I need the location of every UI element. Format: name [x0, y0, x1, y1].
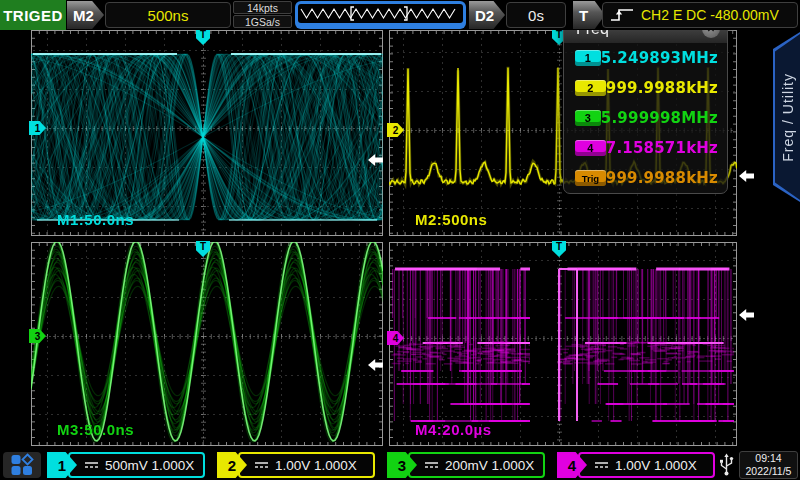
sidebar-tab-face: Freq / Utility — [775, 34, 800, 200]
channel-badge: 3 — [575, 110, 601, 126]
apps-menu-icon — [10, 453, 34, 477]
trigger-info-text: CH2 E DC -480.00mV — [641, 7, 779, 23]
trigger-status-badge: TRIGED — [0, 0, 66, 30]
sample-rate: 1GSa/s — [233, 15, 292, 28]
freq-row-3: 35.999998MHz — [564, 103, 727, 133]
channel-badge: 2 — [575, 80, 606, 96]
top-status-bar: TRIGED M2 500ns 14kpts 1GSa/s D2 0s T CH… — [0, 0, 800, 30]
channel-4-settings[interactable]: 1.00V 1.000X — [578, 452, 715, 478]
freq-value: 5.249893MHz — [601, 49, 718, 67]
freq-value: 999.9988kHz — [606, 79, 718, 97]
channel-2-settings[interactable]: 1.00V 1.000X — [238, 452, 375, 478]
freq-row-4: 47.158571kHz — [564, 133, 727, 163]
trigger-badge[interactable]: T — [573, 1, 605, 29]
channel-scale-text: 500mV 1.000X — [105, 458, 194, 473]
timebase-label: M1:50.0ns — [57, 211, 134, 228]
clock-display: 09:14 2022/11/5 — [739, 451, 798, 479]
bottom-channel-bar: 500mV 1.000X11.00V 1.000X2200mV 1.000X31… — [0, 450, 800, 480]
freq-row-2: 2999.9988kHz — [564, 73, 727, 103]
trigger-settings[interactable]: CH2 E DC -480.00mV — [602, 2, 798, 28]
timebase-label: M4:20.0µs — [415, 421, 492, 438]
timebase-label: M2:500ns — [415, 211, 487, 228]
freq-row-trig: Trig999.9988kHz — [564, 163, 727, 193]
channel-scale-text: 1.00V 1.000X — [615, 458, 697, 473]
channel-badge: 1 — [575, 50, 601, 66]
waveform-canvas — [31, 242, 383, 446]
dc-coupling-icon — [594, 459, 609, 471]
oscilloscope-screen: TRIGED M2 500ns 14kpts 1GSa/s D2 0s T CH… — [0, 0, 800, 480]
channel-1-settings[interactable]: 500mV 1.000X — [68, 452, 205, 478]
menu-button[interactable] — [3, 452, 41, 478]
usb-icon — [716, 452, 737, 478]
channel-badge: Trig — [575, 170, 606, 186]
quadrant-m3: 3TM3:50.0ns — [31, 242, 383, 446]
memory-depth: 14kpts — [233, 1, 292, 14]
time-text: 09:14 — [755, 452, 781, 465]
freq-row-1: 15.249893MHz — [564, 43, 727, 73]
waveform-preview[interactable] — [295, 1, 466, 29]
channel-3-settings[interactable]: 200mV 1.000X — [408, 452, 545, 478]
timebase-label: M3:50.0ns — [57, 421, 134, 438]
sidebar-tab-freq-utility[interactable]: Freq / Utility — [773, 32, 800, 202]
waveform-canvas — [31, 30, 383, 236]
timebase-badge[interactable]: M2 — [67, 1, 104, 29]
freq-value: 5.999998MHz — [601, 109, 718, 127]
channel-scale-text: 1.00V 1.000X — [275, 458, 357, 473]
rising-edge-icon — [609, 7, 635, 23]
trigger-level-arrow[interactable] — [739, 170, 754, 182]
delay-badge[interactable]: D2 — [469, 1, 505, 29]
dc-coupling-icon — [84, 459, 99, 471]
dc-coupling-icon — [254, 459, 269, 471]
quadrant-m4: 4TM4:20.0µs — [389, 242, 737, 446]
freq-panel-rows: 15.249893MHz2999.9988kHz35.999998MHz47.1… — [564, 43, 727, 193]
channel-scale-text: 200mV 1.000X — [445, 458, 534, 473]
freq-value: 7.158571kHz — [606, 139, 718, 157]
channel-badge: 4 — [575, 140, 606, 156]
quadrant-m1: 1TM1:50.0ns — [31, 30, 383, 236]
date-text: 2022/11/5 — [746, 465, 792, 478]
timebase-value[interactable]: 500ns — [105, 2, 231, 28]
sidebar-tab-label: Freq / Utility — [780, 73, 796, 162]
delay-value[interactable]: 0s — [506, 2, 566, 28]
dc-coupling-icon — [424, 459, 439, 471]
freq-measurement-panel: Freq ✕ 15.249893MHz2999.9988kHz35.999998… — [563, 14, 728, 194]
freq-value: 999.9988kHz — [606, 169, 718, 187]
trigger-level-arrow[interactable] — [739, 309, 754, 321]
waveform-canvas — [389, 242, 737, 446]
waveform-preview-icon — [298, 4, 463, 23]
